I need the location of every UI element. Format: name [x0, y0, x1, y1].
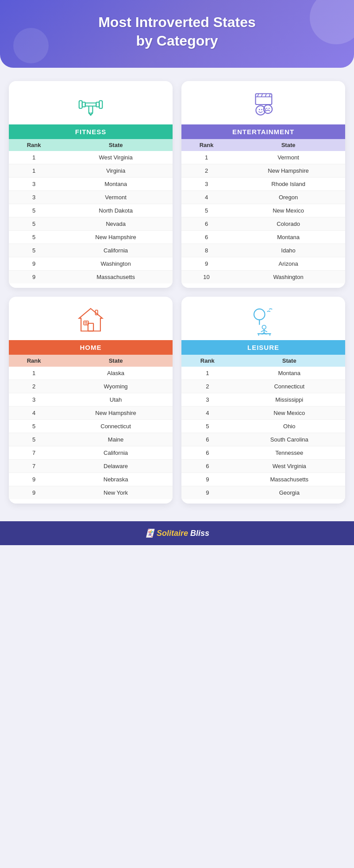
rank-cell: 5	[9, 420, 59, 433]
state-cell: New York	[59, 486, 173, 500]
table-row: 8Idaho	[181, 244, 345, 257]
home-icon-area	[9, 297, 173, 340]
state-cell: Mississippi	[234, 393, 346, 407]
table-row: 1Vermont	[181, 151, 345, 164]
home-state-col-header: State	[59, 355, 173, 367]
rank-cell: 9	[9, 257, 59, 271]
state-cell: Arizona	[231, 257, 345, 271]
state-cell: South Carolina	[234, 433, 346, 446]
state-cell: Ohio	[234, 420, 346, 433]
state-cell: Connecticut	[234, 380, 346, 393]
table-row: 9Arizona	[181, 257, 345, 271]
state-cell: New Mexico	[231, 204, 345, 217]
table-row: 4New Hampshire	[9, 407, 173, 420]
state-cell: Montana	[231, 231, 345, 244]
table-row: 6Montana	[181, 231, 345, 244]
entertainment-table: Rank State 1Vermont2New Hampshire3Rhode …	[181, 139, 345, 283]
table-row: 6Colorado	[181, 217, 345, 231]
rank-cell: 1	[9, 151, 59, 164]
svg-rect-18	[88, 323, 93, 331]
leisure-col-header-row: Rank State	[181, 355, 345, 367]
table-row: 9Massachusetts	[181, 473, 345, 486]
state-cell: Montana	[59, 178, 173, 191]
table-row: 3Montana	[9, 178, 173, 191]
state-cell: Colorado	[231, 217, 345, 231]
rank-cell: 6	[181, 433, 234, 446]
rank-cell: 3	[9, 393, 59, 407]
state-cell: New Hampshire	[59, 407, 173, 420]
rank-cell: 3	[9, 178, 59, 191]
rank-cell: 6	[181, 460, 234, 473]
rank-cell: 9	[9, 486, 59, 500]
table-row: 5Ohio	[181, 420, 345, 433]
rank-cell: 5	[9, 231, 59, 244]
state-cell: Washington	[59, 257, 173, 271]
page-title: Most Introverted States by Category	[27, 13, 327, 50]
state-cell: Georgia	[234, 486, 346, 500]
svg-marker-17	[79, 309, 103, 331]
rank-cell: 9	[181, 473, 234, 486]
entertainment-block: ENTERTAINMENT Rank State 1Vermont2New Ha…	[181, 81, 345, 288]
state-cell: Montana	[234, 367, 346, 380]
state-cell: Wyoming	[59, 380, 173, 393]
table-row: 4New Mexico	[181, 407, 345, 420]
state-cell: California	[59, 446, 173, 460]
state-cell: California	[59, 244, 173, 257]
rank-cell: 6	[181, 217, 231, 231]
page-footer: 🃏 Solitaire Solitaire BlissBliss	[0, 521, 354, 545]
rank-cell: 6	[181, 446, 234, 460]
table-row: 2Wyoming	[9, 380, 173, 393]
state-cell: Nebraska	[59, 473, 173, 486]
rank-cell: 8	[181, 244, 231, 257]
rank-cell: 5	[181, 420, 234, 433]
entertainment-state-col-header: State	[231, 139, 345, 151]
state-cell: Oregon	[231, 191, 345, 204]
rank-cell: 1	[181, 367, 234, 380]
rank-cell: 1	[9, 164, 59, 178]
main-content: FITNESS Rank State 1West Virginia1Virgin…	[0, 68, 354, 517]
state-cell: Maine	[59, 433, 173, 446]
rank-cell: 1	[181, 151, 231, 164]
svg-point-23	[254, 309, 265, 320]
rank-cell: 3	[181, 393, 234, 407]
state-cell: Vermont	[231, 151, 345, 164]
state-cell: Rhode Island	[231, 178, 345, 191]
leisure-rank-col-header: Rank	[181, 355, 234, 367]
table-row: 1Virginia	[9, 164, 173, 178]
table-row: 3Utah	[9, 393, 173, 407]
rank-cell: 2	[9, 380, 59, 393]
home-col-header-row: Rank State	[9, 355, 173, 367]
rank-cell: 9	[181, 257, 231, 271]
state-cell: Vermont	[59, 191, 173, 204]
fitness-state-col-header: State	[59, 139, 173, 151]
svg-point-12	[259, 109, 260, 110]
state-cell: Tennessee	[234, 446, 346, 460]
svg-point-13	[261, 109, 262, 110]
rank-cell: 5	[9, 217, 59, 231]
table-row: 4Oregon	[181, 191, 345, 204]
rank-cell: 4	[181, 407, 234, 420]
state-cell: Washington	[231, 271, 345, 284]
table-row: 6West Virginia	[181, 460, 345, 473]
entertainment-category-header: ENTERTAINMENT	[181, 124, 345, 139]
state-cell: Nevada	[59, 217, 173, 231]
svg-point-15	[266, 108, 268, 109]
rank-cell: 6	[181, 231, 231, 244]
rank-cell: 5	[9, 433, 59, 446]
rank-cell: 1	[9, 367, 59, 380]
rank-cell: 7	[9, 446, 59, 460]
svg-point-25	[262, 326, 266, 329]
home-block: HOME Rank State 1Alaska2Wyoming3Utah4New…	[9, 297, 173, 504]
table-row: 5California	[9, 244, 173, 257]
table-row: 5New Hampshire	[9, 231, 173, 244]
page-header: Most Introverted States by Category	[0, 0, 354, 68]
table-row: 7Delaware	[9, 460, 173, 473]
footer-logo: 🃏 Solitaire Solitaire BlissBliss	[7, 528, 347, 538]
rank-cell: 9	[181, 486, 234, 500]
fitness-table: Rank State 1West Virginia1Virginia3Monta…	[9, 139, 173, 283]
table-row: 5Nevada	[9, 217, 173, 231]
rank-cell: 2	[181, 164, 231, 178]
table-row: 5North Dakota	[9, 204, 173, 217]
table-row: 1West Virginia	[9, 151, 173, 164]
leisure-state-col-header: State	[234, 355, 346, 367]
